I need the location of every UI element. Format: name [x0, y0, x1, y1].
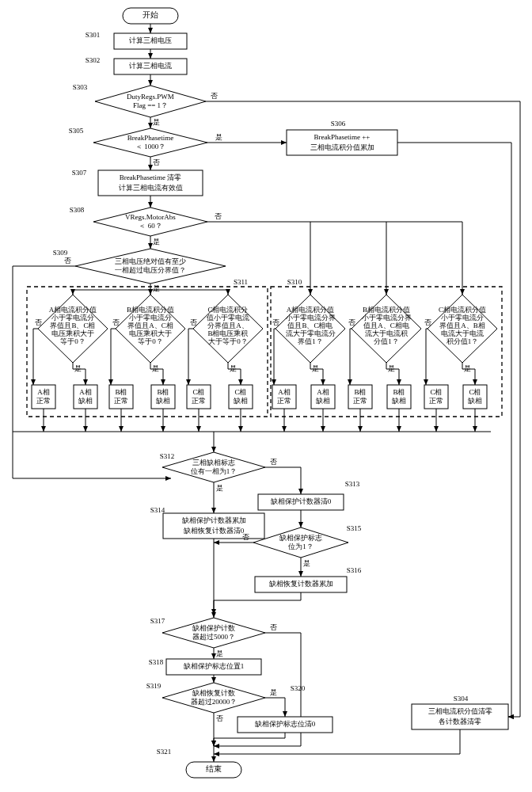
- s315-a: 缺相保护标志: [279, 534, 322, 542]
- s306-b: 三相电流积分值累加: [310, 143, 374, 151]
- svg-text:正常: 正常: [429, 397, 443, 405]
- s303-d2: Flag == 1？: [133, 101, 168, 109]
- s318-box: 缺相保护标志位置1: [184, 662, 245, 670]
- svg-text:正常: 正常: [277, 397, 291, 405]
- svg-text:电流大于电流: 电流大于电流: [441, 329, 484, 337]
- svg-text:小于零电流分: 小于零电流分: [129, 314, 172, 322]
- svg-text:否: 否: [272, 318, 279, 326]
- svg-text:否: 否: [270, 458, 277, 466]
- s316-box: 缺相恢复计数器累加: [269, 580, 333, 588]
- s320-box: 缺相保护标志位清0: [255, 720, 316, 728]
- svg-text:正常: 正常: [192, 397, 206, 405]
- s312-a: 三相缺相标志: [192, 459, 235, 466]
- svg-text:是: 是: [216, 649, 223, 657]
- svg-text:C相: C相: [234, 388, 246, 396]
- svg-text:小于零电流分界: 小于零电流分界: [286, 314, 336, 322]
- s309-a: 三相电压绝对值有至少: [115, 257, 186, 265]
- s306-label: S306: [331, 120, 346, 128]
- s317-label: S317: [150, 617, 165, 625]
- svg-text:缺相: 缺相: [234, 397, 248, 405]
- svg-text:缺相: 缺相: [468, 397, 482, 405]
- svg-text:分界值且A、: 分界值且A、: [207, 322, 249, 329]
- svg-text:否: 否: [424, 318, 431, 326]
- svg-text:缺相: 缺相: [316, 397, 330, 405]
- svg-text:C相: C相: [430, 388, 442, 396]
- s307-a: BreakPhasetime 清零: [120, 173, 182, 181]
- svg-text:等于0？: 等于0？: [138, 337, 163, 345]
- svg-text:否: 否: [215, 212, 222, 220]
- svg-text:C相: C相: [469, 388, 481, 396]
- svg-text:B相电流积分值: B相电流积分值: [127, 306, 174, 314]
- s319-a: 缺相恢复计数: [192, 689, 235, 697]
- s308-b: ＜ 60？: [139, 222, 162, 230]
- s313-box: 缺相保护计数器清0: [271, 497, 332, 505]
- svg-text:C相电流积分: C相电流积分: [207, 306, 248, 314]
- svg-text:是: 是: [216, 484, 223, 492]
- svg-text:否: 否: [270, 623, 277, 631]
- svg-text:B相: B相: [354, 388, 366, 396]
- svg-text:是: 是: [230, 364, 237, 372]
- svg-text:正常: 正常: [353, 397, 367, 405]
- svg-text:值小于零电流: 值小于零电流: [207, 314, 249, 322]
- svg-text:界值且A、C相: 界值且A、C相: [127, 322, 173, 329]
- svg-text:否: 否: [216, 714, 223, 722]
- s306-a: BreakPhasetime ++: [314, 133, 370, 141]
- svg-text:流大于零电流分: 流大于零电流分: [286, 329, 336, 337]
- svg-text:是: 是: [388, 364, 395, 372]
- s307-label: S307: [72, 169, 87, 177]
- svg-text:小于零电流分: 小于零电流分: [51, 314, 94, 322]
- s307-b: 计算三相电流有效值: [119, 184, 183, 192]
- svg-text:C相: C相: [192, 388, 204, 396]
- svg-text:界值且B、C相: 界值且B、C相: [50, 322, 95, 329]
- s308-label: S308: [70, 206, 85, 214]
- svg-text:界值且A、B相: 界值且A、B相: [439, 322, 485, 329]
- svg-text:A相电流积分值: A相电流积分值: [49, 306, 97, 314]
- svg-text:是: 是: [464, 364, 471, 372]
- yes-s303: 是: [153, 118, 160, 126]
- s317-a: 缺相保护计数: [192, 624, 235, 632]
- svg-text:流大于电流积: 流大于电流积: [365, 329, 408, 337]
- svg-text:否: 否: [112, 318, 120, 326]
- svg-text:否: 否: [242, 533, 249, 541]
- svg-text:等于0？: 等于0？: [60, 337, 86, 345]
- svg-text:C相电流积分值: C相电流积分值: [439, 306, 486, 314]
- s301-box: 计算三相电压: [129, 36, 172, 44]
- s303-d1: DutyRegs.PWM: [127, 93, 174, 101]
- svg-text:积分值1？: 积分值1？: [446, 337, 479, 345]
- start-label: 开始: [142, 10, 158, 19]
- s318-label: S318: [149, 658, 164, 666]
- svg-text:小于零电流分界: 小于零电流分界: [362, 314, 412, 322]
- svg-text:缺相: 缺相: [392, 397, 406, 405]
- s305-d2: ＜ 1000？: [135, 143, 165, 150]
- s305-label: S305: [69, 127, 84, 135]
- svg-text:B相: B相: [115, 388, 127, 396]
- end-label: 结束: [206, 764, 222, 773]
- svg-text:是: 是: [215, 133, 222, 141]
- svg-text:是: 是: [303, 559, 310, 567]
- svg-text:是: 是: [312, 364, 319, 372]
- s310-label: S310: [287, 278, 302, 286]
- s303-label: S303: [73, 83, 88, 91]
- svg-text:是: 是: [152, 364, 159, 372]
- svg-text:缺相: 缺相: [78, 397, 93, 405]
- svg-text:电压乘积大于: 电压乘积大于: [129, 329, 172, 337]
- s309-b: 一相超过电压分界值？: [115, 266, 186, 274]
- svg-text:A相: A相: [79, 388, 92, 396]
- svg-text:电压乘积大于: 电压乘积大于: [51, 329, 94, 337]
- svg-text:否: 否: [211, 92, 218, 100]
- svg-text:否: 否: [35, 318, 42, 326]
- svg-text:缺相: 缺相: [156, 397, 170, 405]
- svg-text:是: 是: [153, 284, 160, 292]
- svg-text:大于等于0？: 大于等于0？: [208, 337, 248, 345]
- svg-text:否: 否: [153, 158, 160, 166]
- s314-b: 缺相恢复计数器清0: [184, 527, 245, 535]
- s302-box: 计算三相电流: [129, 62, 172, 70]
- s314-a: 缺相保护计数器累加: [182, 516, 246, 524]
- s309-label: S309: [53, 249, 68, 257]
- svg-text:A相电流积分值: A相电流积分值: [287, 306, 335, 314]
- svg-text:B相: B相: [393, 388, 405, 396]
- s304-b: 各计数器清零: [439, 718, 481, 725]
- s312-b: 位有一相为1？: [191, 467, 238, 475]
- s315-b: 位为1？: [288, 543, 314, 550]
- svg-text:B相电压乘积: B相电压乘积: [207, 329, 248, 337]
